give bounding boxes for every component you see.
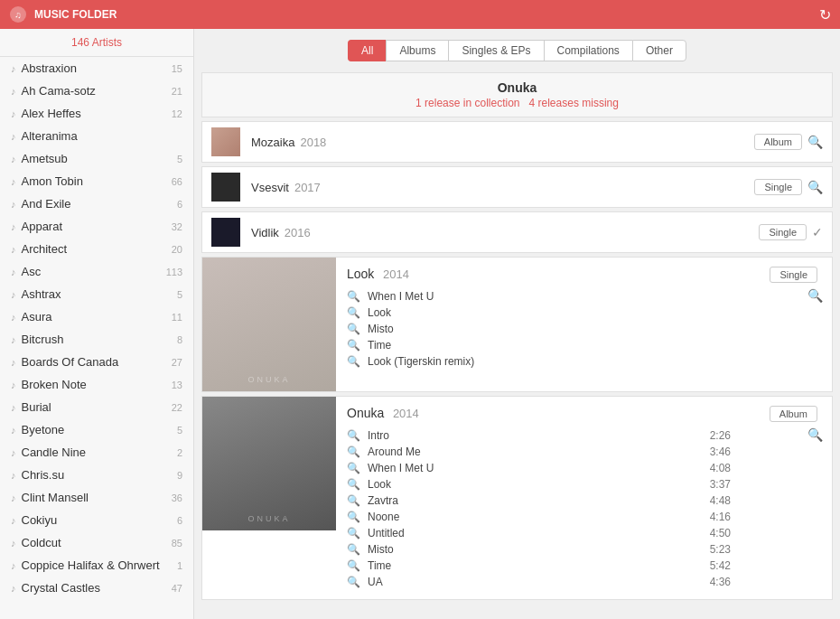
sidebar-item[interactable]: ♪ Candle Nine 2	[0, 441, 193, 464]
artist-name: Abstraxion	[22, 61, 172, 75]
sidebar-item[interactable]: ♪ Clint Mansell 36	[0, 486, 193, 509]
filter-btn-all[interactable]: All	[348, 40, 386, 61]
artist-count: 20	[172, 244, 182, 255]
note-icon: ♪	[11, 492, 16, 503]
sidebar-item[interactable]: ♪ Burial 22	[0, 396, 193, 418]
track-search-icon[interactable]: 🔍	[347, 339, 360, 352]
note-icon: ♪	[11, 357, 16, 368]
sidebar-item[interactable]: ♪ Ametsub 5	[0, 147, 193, 170]
track-search-icon[interactable]: 🔍	[347, 462, 360, 474]
sidebar: 146 Artists ♪ Abstraxion 15 ♪ Ah Cama-so…	[0, 29, 194, 619]
track-search-icon[interactable]: 🔍	[347, 355, 360, 368]
track-name: UA	[368, 576, 710, 588]
artist-count: 1	[177, 560, 182, 571]
sidebar-artist-count: 146 Artists	[0, 29, 193, 57]
artist-name: Byetone	[22, 423, 177, 436]
release-type-badge: Single	[754, 179, 802, 195]
note-icon: ♪	[11, 380, 16, 390]
track-search-icon[interactable]: 🔍	[347, 576, 360, 588]
release-row-vidlik: Vidlik2016 Single ✓	[201, 211, 833, 253]
artist-name: Apparat	[22, 220, 172, 233]
track-row: 🔍 Intro 2:26	[347, 427, 740, 444]
track-duration: 4:36	[710, 576, 731, 588]
track-duration: 3:37	[710, 478, 731, 491]
sidebar-item[interactable]: ♪ Crystal Castles 47	[0, 577, 193, 599]
sidebar-item[interactable]: ♪ And Exile 6	[0, 192, 193, 215]
track-search-icon[interactable]: 🔍	[347, 559, 360, 572]
sidebar-item[interactable]: ♪ Abstraxion 15	[0, 57, 193, 80]
sidebar-item[interactable]: ♪ Chris.su 9	[0, 464, 193, 486]
sidebar-item[interactable]: ♪ Apparat 32	[0, 215, 193, 238]
sidebar-item[interactable]: ♪ Ashtrax 5	[0, 283, 193, 305]
sidebar-item[interactable]: ♪ Coldcut 85	[0, 531, 193, 554]
stat-missing: 4 releases missing	[529, 97, 619, 109]
sidebar-item[interactable]: ♪ Cokiyu 6	[0, 509, 193, 531]
track-search-icon[interactable]: 🔍	[347, 511, 360, 523]
release-album-onuka: ONUKA Onuka 2014 🔍 Intro 2:26 🔍 A	[201, 396, 833, 600]
release-search-icon[interactable]: 🔍	[807, 135, 823, 149]
sidebar-item[interactable]: ♪ Broken Note 13	[0, 373, 193, 396]
track-search-icon[interactable]: 🔍	[347, 306, 360, 319]
sidebar-item[interactable]: ♪ Boards Of Canada 27	[0, 351, 193, 373]
track-name: When I Met U	[368, 290, 740, 303]
release-search-icon[interactable]: 🔍	[807, 288, 823, 303]
track-duration: 4:16	[710, 511, 731, 523]
track-name: Around Me	[368, 445, 710, 458]
artist-count: 6	[177, 515, 182, 526]
release-search-icon[interactable]: 🔍	[807, 180, 823, 194]
note-icon: ♪	[11, 108, 16, 119]
note-icon: ♪	[11, 560, 16, 571]
artist-name: Asura	[22, 310, 172, 324]
release-album-header: ONUKA Onuka 2014 🔍 Intro 2:26 🔍 A	[202, 397, 832, 599]
track-search-icon[interactable]: 🔍	[347, 494, 360, 507]
svg-text:♫: ♫	[14, 10, 22, 20]
track-search-icon[interactable]: 🔍	[347, 445, 360, 458]
sidebar-item[interactable]: ♪ Byetone 5	[0, 418, 193, 441]
sidebar-item[interactable]: ♪ Bitcrush 8	[0, 328, 193, 351]
release-search-icon[interactable]: 🔍	[807, 427, 823, 442]
track-row: 🔍 Around Me 3:46	[347, 444, 740, 460]
filter-btn-compilations[interactable]: Compilations	[544, 40, 632, 61]
artist-name: Clint Mansell	[22, 491, 172, 504]
release-type-badge: Single	[770, 267, 817, 283]
release-type-badge: Single	[759, 224, 807, 240]
sidebar-item[interactable]: ♪ Alex Heffes 12	[0, 102, 193, 125]
sidebar-item[interactable]: ♪ Amon Tobin 66	[0, 170, 193, 192]
release-thumb	[211, 218, 240, 247]
release-album-title: Look 2014	[347, 267, 740, 281]
note-icon: ♪	[11, 447, 16, 458]
sidebar-item[interactable]: ♪ Coppice Halifax & Ohrwert 1	[0, 554, 193, 577]
sidebar-item[interactable]: ♪ Alteranima	[0, 125, 193, 147]
tracklist: 🔍 Intro 2:26 🔍 Around Me 3:46 🔍 When I M…	[347, 427, 740, 590]
artist-count: 8	[177, 334, 182, 345]
track-row: 🔍 Zavtra 4:48	[347, 492, 740, 509]
track-search-icon[interactable]: 🔍	[347, 323, 360, 335]
release-album-header: ONUKA Look 2014 🔍 When I Met U 🔍	[202, 258, 832, 391]
filter-btn-singleseps[interactable]: Singles & EPs	[448, 40, 543, 61]
filter-btn-other[interactable]: Other	[632, 40, 686, 61]
note-icon: ♪	[11, 538, 16, 549]
track-search-icon[interactable]: 🔍	[347, 527, 360, 539]
sidebar-item[interactable]: ♪ Architect 20	[0, 238, 193, 260]
sidebar-item[interactable]: ♪ Asc 113	[0, 260, 193, 283]
artist-name: Candle Nine	[22, 445, 177, 459]
track-duration: 4:48	[710, 494, 731, 507]
sidebar-item[interactable]: ♪ Asura 11	[0, 305, 193, 328]
track-name: Look	[368, 306, 740, 319]
artist-name: Ah Cama-sotz	[22, 84, 172, 98]
track-row: 🔍 When I Met U 4:08	[347, 460, 740, 476]
artist-name: Amon Tobin	[22, 174, 172, 188]
track-search-icon[interactable]: 🔍	[347, 478, 360, 491]
track-name: Look (Tigerskin remix)	[368, 355, 740, 368]
topbar-loader[interactable]: ↻	[819, 6, 831, 23]
track-search-icon[interactable]: 🔍	[347, 543, 360, 556]
note-icon: ♪	[11, 267, 16, 277]
note-icon: ♪	[11, 312, 16, 323]
sidebar-item[interactable]: ♪ Ah Cama-sotz 21	[0, 80, 193, 102]
release-album-title: Onuka 2014	[347, 406, 740, 420]
release-title: Vsesvit2017	[251, 181, 754, 194]
filter-btn-albums[interactable]: Albums	[386, 40, 448, 61]
note-icon: ♪	[11, 199, 16, 210]
track-search-icon[interactable]: 🔍	[347, 429, 360, 442]
track-search-icon[interactable]: 🔍	[347, 290, 360, 303]
